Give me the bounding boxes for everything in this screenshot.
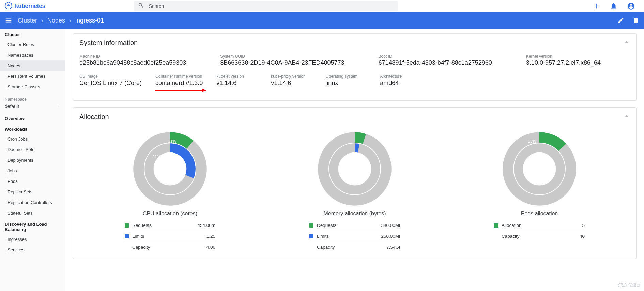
system-info-title: System information [79, 39, 138, 47]
sidebar-group-cluster: Cluster [0, 29, 65, 39]
search-icon [138, 2, 144, 10]
edit-icon[interactable] [617, 17, 624, 24]
sidebar-item-nodes[interactable]: Nodes [0, 60, 65, 71]
info-value: v1.14.6 [216, 79, 257, 87]
info-item: Architectureamd64 [380, 74, 434, 87]
info-label: kube-proxy version [271, 74, 312, 79]
legend-row: Limits250.00Mi [309, 231, 401, 242]
cpu-donut-chart: 11% 31% [133, 131, 208, 206]
info-label: Boot ID [379, 54, 492, 59]
sidebar-item-pods[interactable]: Pods [0, 176, 65, 187]
cpu-allocation: 11% 31% CPU allocation (cores) Requests4… [79, 131, 261, 252]
sidebar-item-stateful-sets[interactable]: Stateful Sets [0, 208, 65, 218]
delete-icon[interactable] [632, 17, 639, 24]
info-item: OS ImageCentOS Linux 7 (Core) [79, 74, 155, 87]
info-label: Container runtime version [155, 74, 203, 79]
search-box[interactable] [134, 1, 398, 11]
info-value: e25b81bc6a90488c8aed0ef25ea59303 [79, 59, 186, 67]
legend-value: 40 [580, 234, 585, 239]
breadcrumb-nodes[interactable]: Nodes [47, 17, 65, 24]
collapse-icon[interactable] [623, 113, 630, 121]
info-value: 3B663638-2D19-4C0A-9AB4-23FED4005773 [220, 59, 344, 67]
svg-point-8 [618, 283, 623, 287]
pods-donut-chart: 13% [502, 131, 577, 206]
info-item: Operating systemlinux [325, 74, 380, 87]
legend-row: Capacity40 [493, 231, 585, 242]
sidebar-overview[interactable]: Overview [0, 113, 65, 123]
breadcrumb: Cluster › Nodes › ingress-01 [18, 17, 104, 24]
sidebar-item-deployments[interactable]: Deployments [0, 155, 65, 165]
watermark-text: 亿速云 [628, 282, 641, 288]
memory-alloc-title: Memory allocation (bytes) [323, 210, 386, 217]
dropdown-icon [56, 104, 60, 109]
account-icon[interactable] [627, 2, 635, 10]
sidebar-item-cron-jobs[interactable]: Cron Jobs [0, 134, 65, 144]
swatch-blue [125, 234, 129, 238]
collapse-icon[interactable] [623, 39, 630, 47]
legend-label: Limits [132, 234, 144, 239]
swatch-none [309, 245, 313, 249]
info-item: Container runtime versioncontainerd://1.… [155, 74, 216, 87]
legend-value: 7.54Gi [386, 245, 400, 250]
legend-row: Requests380.00Mi [309, 220, 401, 231]
info-item: Machine IDe25b81bc6a90488c8aed0ef25ea593… [79, 54, 200, 67]
sidebar-item-services[interactable]: Services [0, 245, 65, 255]
swatch-none [494, 234, 498, 238]
notifications-icon[interactable] [610, 2, 617, 10]
add-icon[interactable] [593, 2, 600, 10]
info-label: kubelet version [216, 74, 257, 79]
sidebar-item-jobs[interactable]: Jobs [0, 165, 65, 176]
info-label: Machine ID [79, 54, 186, 59]
legend-label: Requests [317, 223, 336, 228]
legend-label: Requests [132, 223, 152, 228]
info-item: kube-proxy versionv1.14.6 [271, 74, 325, 87]
sidebar-item-persistent-volumes[interactable]: Persistent Volumes [0, 71, 65, 82]
cloud-icon [617, 282, 627, 288]
sidebar-item-storage-classes[interactable]: Storage Classes [0, 82, 65, 92]
brand-logo[interactable]: kubernetes [5, 2, 45, 11]
info-value: containerd://1.3.0 [155, 79, 203, 87]
legend-value: 4.00 [206, 245, 215, 250]
info-item: Kernel version3.10.0-957.27.2.el7.x86_64 [526, 54, 614, 67]
sidebar-item-replica-sets[interactable]: Replica Sets [0, 187, 65, 197]
cpu-requests-pct: 11% [166, 139, 178, 144]
sidebar-item-replication-controllers[interactable]: Replication Controllers [0, 197, 65, 208]
info-item: kubelet versionv1.14.6 [216, 74, 271, 87]
legend-value: 250.00Mi [381, 234, 400, 239]
search-input[interactable] [144, 3, 394, 9]
sidebar: Cluster Cluster RolesNamespacesNodesPers… [0, 29, 65, 291]
namespace-label: Namespace [0, 92, 65, 102]
sidebar-item-namespaces[interactable]: Namespaces [0, 50, 65, 60]
legend-value: 1.25 [206, 234, 215, 239]
swatch-green [494, 223, 498, 228]
info-value: 6714891f-5eda-4303-b4f7-88c1a2752960 [379, 59, 492, 67]
system-info-card: System information Machine IDe25b81bc6a9… [73, 33, 637, 101]
svg-point-1 [7, 4, 10, 6]
watermark: 亿速云 [617, 282, 641, 288]
sidebar-item-cluster-roles[interactable]: Cluster Roles [0, 39, 65, 50]
allocation-card: Allocation 11% 31% CPU allocation (cores… [73, 107, 637, 259]
page-actions [617, 17, 639, 24]
info-label: Kernel version [526, 54, 601, 59]
chevron-right-icon: › [69, 17, 71, 24]
topbar: kubernetes [0, 0, 644, 12]
menu-icon[interactable] [5, 17, 12, 24]
namespace-selector[interactable]: default [0, 102, 65, 113]
legend-label: Capacity [132, 245, 150, 250]
brand-name: kubernetes [15, 3, 45, 10]
legend-value: 5 [582, 223, 585, 228]
info-value: 3.10.0-957.27.2.el7.x86_64 [526, 59, 601, 67]
legend-label: Allocation [502, 223, 522, 228]
info-item: System UUID3B663638-2D19-4C0A-9AB4-23FED… [220, 54, 358, 67]
info-value: linux [325, 79, 366, 87]
breadcrumb-cluster[interactable]: Cluster [18, 17, 37, 24]
namespace-value: default [5, 104, 19, 109]
chevron-right-icon: › [41, 17, 43, 24]
cpu-alloc-title: CPU allocation (cores) [143, 210, 197, 217]
swatch-none [125, 245, 129, 249]
pods-alloc-pct: 13% [526, 139, 538, 144]
sidebar-item-ingresses[interactable]: Ingresses [0, 234, 65, 245]
info-label: Operating system [325, 74, 366, 79]
legend-row: Allocation5 [493, 220, 585, 231]
sidebar-item-daemon-sets[interactable]: Daemon Sets [0, 144, 65, 155]
